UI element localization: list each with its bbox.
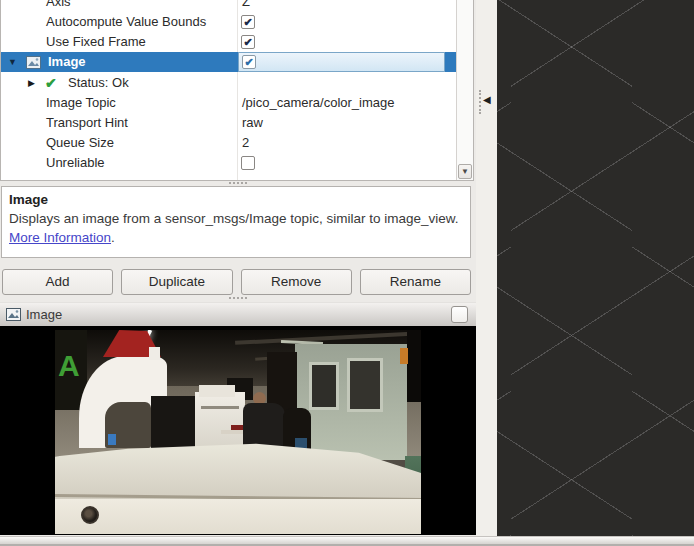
horizontal-splitter-handle[interactable] bbox=[229, 182, 247, 184]
property-value[interactable]: 2 bbox=[242, 133, 249, 153]
property-row-queue-size[interactable]: Queue Size 2 bbox=[1, 133, 456, 153]
collapse-left-icon[interactable]: ◀ bbox=[483, 94, 491, 106]
scene-green-letter: A bbox=[58, 350, 80, 382]
scene-printer-top bbox=[199, 385, 235, 397]
image-panel-titlebar[interactable]: Image bbox=[0, 302, 476, 326]
property-label: Autocompute Value Bounds bbox=[46, 12, 206, 32]
image-display-icon bbox=[26, 55, 41, 75]
property-row-axis[interactable]: Axis Z bbox=[1, 0, 456, 12]
add-button[interactable]: Add bbox=[2, 269, 113, 295]
property-label: Queue Size bbox=[46, 133, 114, 153]
scene-partition-window bbox=[347, 358, 383, 412]
rename-button[interactable]: Rename bbox=[360, 269, 471, 295]
duplicate-button[interactable]: Duplicate bbox=[121, 269, 232, 295]
tree-viewport: Axis Z Autocompute Value Bounds ✔ Use Fi… bbox=[1, 0, 456, 180]
horizontal-splitter-handle[interactable] bbox=[229, 297, 247, 299]
scene-printer-slot bbox=[201, 406, 239, 409]
property-row-use-fixed-frame[interactable]: Use Fixed Frame ✔ bbox=[1, 32, 456, 52]
property-row-image-topic[interactable]: Image Topic /pico_camera/color_image bbox=[1, 93, 456, 113]
scene-playhouse-chimney bbox=[149, 347, 160, 360]
description-period: . bbox=[111, 230, 115, 245]
property-row-image-display-selected[interactable]: ▼ Image ✔ bbox=[1, 52, 456, 72]
description-text: Displays an image from a sensor_msgs/Ima… bbox=[9, 209, 463, 247]
description-body: Displays an image from a sensor_msgs/Ima… bbox=[9, 211, 458, 226]
render-viewport-3d-grid[interactable] bbox=[497, 0, 694, 536]
display-action-buttons: Add Duplicate Remove Rename bbox=[2, 269, 471, 295]
image-panel-icon bbox=[6, 308, 21, 324]
scene-warm-light bbox=[400, 348, 408, 364]
panel-float-button[interactable] bbox=[451, 306, 468, 323]
more-information-link[interactable]: More Information bbox=[9, 230, 111, 245]
checkbox-unchecked[interactable] bbox=[241, 156, 255, 170]
scroll-down-button[interactable]: ▼ bbox=[458, 164, 472, 179]
property-value[interactable]: Z bbox=[242, 0, 250, 12]
scene-blue-sticker bbox=[108, 434, 116, 445]
property-row-autocompute-value-bounds[interactable]: Autocompute Value Bounds ✔ bbox=[1, 12, 456, 32]
display-description-box: Image Displays an image from a sensor_ms… bbox=[1, 186, 471, 258]
property-label: Image bbox=[48, 52, 86, 72]
rviz-window: Axis Z Autocompute Value Bounds ✔ Use Fi… bbox=[0, 0, 694, 546]
scene-camera-lens bbox=[81, 506, 99, 524]
status-label: Status: Ok bbox=[68, 73, 129, 93]
property-value[interactable]: raw bbox=[242, 113, 263, 133]
checkbox-checked[interactable]: ✔ bbox=[241, 35, 255, 49]
image-view-panel: Image A bbox=[0, 302, 476, 535]
property-row-unreliable[interactable]: Unreliable bbox=[1, 153, 456, 173]
status-bar bbox=[0, 536, 694, 546]
scene-table-front bbox=[55, 499, 421, 534]
remove-button[interactable]: Remove bbox=[241, 269, 352, 295]
vertical-splitter-handle[interactable] bbox=[479, 90, 481, 114]
property-label: Axis bbox=[46, 0, 71, 12]
selected-value-cell[interactable]: ✔ bbox=[238, 52, 445, 72]
status-ok-icon: ✔ bbox=[45, 73, 57, 93]
checkbox-checked[interactable]: ✔ bbox=[242, 55, 256, 69]
property-value[interactable]: /pico_camera/color_image bbox=[242, 93, 394, 113]
property-row-transport-hint[interactable]: Transport Hint raw bbox=[1, 113, 456, 133]
property-label: Image Topic bbox=[46, 93, 116, 113]
property-label: Unreliable bbox=[46, 153, 105, 173]
checkbox-checked[interactable]: ✔ bbox=[241, 15, 255, 29]
scene-partition-window bbox=[309, 362, 339, 410]
property-row-status[interactable]: ▶ ✔ Status: Ok bbox=[1, 73, 456, 93]
displays-property-tree: Axis Z Autocompute Value Bounds ✔ Use Fi… bbox=[0, 0, 474, 181]
description-title: Image bbox=[9, 190, 463, 209]
property-label: Transport Hint bbox=[46, 113, 128, 133]
image-panel-title: Image bbox=[26, 303, 62, 327]
collapse-arrow-icon[interactable]: ▶ bbox=[28, 73, 35, 93]
expand-arrow-icon[interactable]: ▼ bbox=[8, 52, 17, 72]
camera-image-view: A bbox=[0, 326, 476, 535]
scene-dark-wall bbox=[407, 330, 421, 402]
vertical-splitter[interactable]: ◀ bbox=[476, 0, 497, 536]
camera-photo: A bbox=[55, 330, 421, 534]
property-label: Use Fixed Frame bbox=[46, 32, 146, 52]
tree-scrollbar[interactable]: ▼ bbox=[456, 0, 473, 180]
